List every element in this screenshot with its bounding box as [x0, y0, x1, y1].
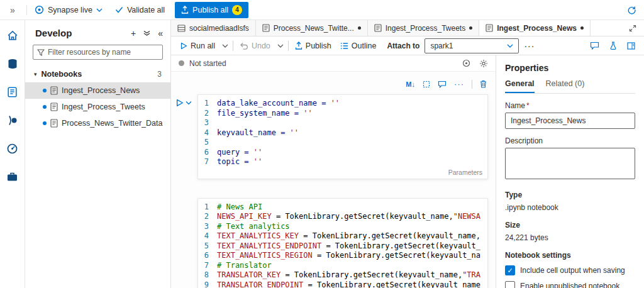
name-field[interactable] [505, 113, 635, 129]
integrate-icon[interactable] [6, 114, 19, 126]
collapse-panel-icon[interactable]: « [158, 28, 163, 38]
data-icon[interactable] [6, 57, 19, 70]
code-line[interactable]: 1data_lake_account_name = '' [198, 99, 487, 109]
target-icon[interactable] [462, 59, 470, 67]
synapse-live-label: Synapse live [48, 6, 92, 14]
delete-cell-icon[interactable] [480, 80, 487, 88]
description-field[interactable] [505, 148, 635, 179]
code-lines: 1data_lake_account_name = ''2file_system… [198, 99, 487, 167]
develop-panel-title: Develop [35, 28, 72, 38]
notebook-icon [50, 119, 58, 128]
comments-icon[interactable] [590, 42, 599, 50]
validate-all-label: Validate all [127, 6, 165, 14]
code-line[interactable]: 3 [198, 118, 487, 128]
run-cell-icon[interactable] [176, 99, 184, 107]
add-resource-icon[interactable]: + [131, 28, 136, 38]
refresh-icon[interactable] [627, 5, 636, 14]
code-line[interactable]: 2file_system_name = '' [198, 109, 487, 119]
divider [472, 80, 472, 89]
publish-all-button[interactable]: Publish all 4 [175, 2, 248, 18]
expand-rail-icon[interactable]: » [0, 5, 25, 15]
outline-button[interactable]: Outline [336, 36, 381, 55]
code-line[interactable]: 4TEXT_ANALYTICS_KEY = TokenLibrary.getSe… [198, 231, 487, 241]
top-bar: » Synapse live Validate all Publish all … [0, 0, 644, 20]
unpublished-reference-checkbox-row[interactable]: Enable unpublished notebook reference [505, 281, 635, 288]
undo-button[interactable]: Undo [235, 36, 275, 55]
checkbox-unchecked-icon[interactable] [505, 281, 515, 288]
collapse-all-icon[interactable] [143, 30, 150, 36]
code-line[interactable]: 6query = '' [198, 148, 487, 158]
line-number: 6 [198, 251, 217, 261]
validate-all-button[interactable]: Validate all [109, 0, 171, 20]
run-cell-chevron-icon[interactable] [186, 99, 192, 107]
code-line[interactable]: 7topic = '' [198, 157, 487, 167]
home-icon[interactable] [6, 29, 19, 42]
type-value: .ipynb notebook [505, 203, 635, 212]
code-line[interactable]: 9TRANSLATOR_ENDPOINT = TokenLibrary.getS… [198, 280, 487, 288]
tab-related[interactable]: Related (0) [546, 79, 585, 93]
required-asterisk: * [526, 101, 530, 110]
properties-title: Properties [505, 63, 635, 73]
cell-comment-icon[interactable] [438, 80, 447, 88]
attach-to-select[interactable]: spark1 [425, 38, 519, 53]
cells-area: M↓ ··· 1data_lake_account_name [171, 72, 496, 288]
tab-process-news-twitter[interactable]: Process_News_Twitte... [256, 20, 368, 36]
modified-dot-icon [43, 89, 47, 92]
code-line[interactable]: 5TEXT_ANALYTICS_ENDPOINT = TokenLibrary.… [198, 241, 487, 252]
run-options-chevron[interactable] [219, 36, 231, 55]
undo-options-chevron[interactable] [275, 36, 286, 55]
line-number: 6 [198, 148, 217, 158]
manage-icon[interactable] [6, 170, 19, 183]
tab-label: Ingest_Process_Tweets [386, 24, 465, 33]
flask-icon[interactable] [609, 42, 617, 50]
configure-session-gear-icon[interactable] [479, 59, 488, 68]
code-line[interactable]: 5 [198, 138, 487, 148]
run-all-button[interactable]: Run all [176, 36, 219, 55]
publish-button[interactable]: Publish [291, 36, 336, 55]
tab-socialmediaadlsfs[interactable]: socialmediaadlsfs [171, 20, 256, 36]
divider [288, 41, 289, 51]
properties-panel-icon[interactable] [627, 42, 635, 50]
cell-more-icon[interactable]: ··· [454, 79, 464, 89]
code-line[interactable]: 4keyvault_name = '' [198, 128, 487, 138]
code-line[interactable]: 8TRANSLATOR_KEY = TokenLibrary.getSecret… [198, 270, 487, 280]
selection-frame-icon[interactable] [423, 80, 430, 88]
toolbar-more-button[interactable]: ··· [519, 41, 540, 51]
filter-resources-input[interactable] [48, 48, 158, 57]
line-number: 3 [198, 118, 217, 128]
notebook-item-ingest-process-tweets[interactable]: Ingest_Process_Tweets [25, 99, 170, 115]
tab-ingest-process-news[interactable]: Ingest_Process_News [479, 20, 591, 36]
publish-count-badge: 4 [232, 5, 242, 15]
code-line[interactable]: 6TEXT_ANALYTICS_REGION = TokenLibrary.ge… [198, 251, 487, 261]
notebook-item-ingest-process-news[interactable]: Ingest_Process_News [25, 82, 170, 99]
notebook-item-process-news-twitter-data[interactable]: Process_News_Twitter_Data [25, 115, 170, 131]
tab-bar: socialmediaadlsfs Process_News_Twitte...… [171, 20, 644, 36]
tab-general[interactable]: General [505, 79, 535, 93]
description-label: Description [505, 136, 635, 145]
synapse-live-menu[interactable]: Synapse live [28, 0, 109, 20]
filter-funnel-icon [37, 49, 45, 56]
synapse-logo-icon [35, 5, 44, 14]
monitor-icon[interactable] [6, 142, 19, 155]
code-line[interactable]: 3# Text analytics [198, 222, 487, 232]
tab-bar-spacer [591, 20, 621, 36]
notebook-editor: Not started M↓ ··· [171, 55, 496, 288]
tab-ingest-process-tweets[interactable]: Ingest_Process_Tweets [368, 20, 479, 36]
code-line[interactable]: 1# News API [198, 202, 487, 213]
attach-to-value: spark1 [430, 42, 453, 50]
line-number: 4 [198, 128, 217, 138]
undo-label: Undo [252, 42, 270, 50]
markdown-convert-icon[interactable]: M↓ [406, 80, 415, 88]
checkbox-checked-icon[interactable] [505, 265, 515, 275]
notebooks-section-label: Notebooks [42, 70, 82, 79]
develop-icon[interactable] [6, 86, 19, 98]
notebook-item-label: Ingest_Process_News [62, 86, 140, 95]
code-line[interactable]: 7# Translator [198, 261, 487, 271]
line-number: 5 [198, 241, 217, 252]
cell-run-gutter [176, 198, 197, 288]
maximize-icon[interactable] [621, 20, 644, 36]
code-line[interactable]: 2NEWS_API_KEY = TokenLibrary.getSecret(k… [198, 212, 487, 222]
notebooks-section-header[interactable]: ▾ Notebooks 3 [25, 66, 170, 82]
include-cell-output-checkbox-row[interactable]: Include cell output when saving [505, 265, 635, 275]
chevron-down-icon [96, 8, 103, 12]
